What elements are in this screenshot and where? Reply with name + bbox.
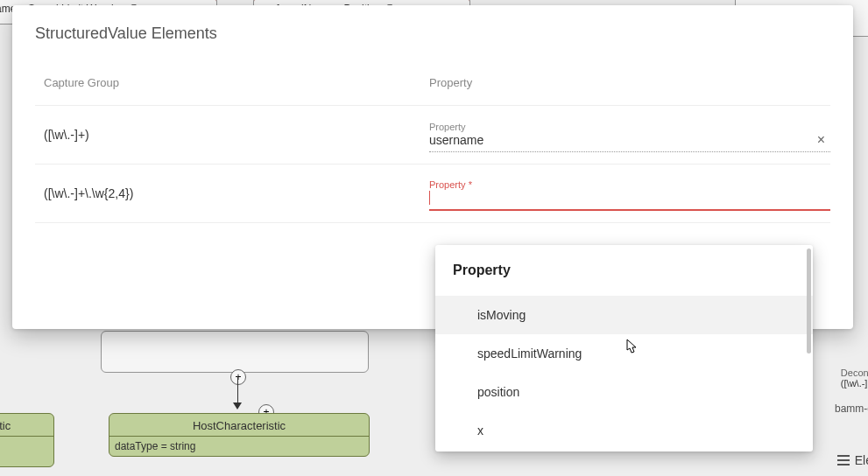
property-value: username	[429, 133, 483, 147]
clear-icon[interactable]: ×	[812, 132, 830, 148]
dropdown-option-position[interactable]: position	[435, 373, 813, 411]
dropdown-group-header: Property	[435, 250, 813, 296]
dropdown-scrollbar[interactable]	[807, 248, 811, 354]
col-header-capture: Capture Group	[35, 76, 429, 89]
col-header-property: Property	[429, 76, 830, 89]
modal-title: StructuredValue Elements	[35, 24, 830, 43]
dropdown-option-ismoving[interactable]: isMoving	[435, 296, 813, 334]
capture-group-value: ([\w\.-]+)	[35, 128, 429, 142]
dropdown-option-x[interactable]: x	[435, 411, 813, 450]
dropdown-option-speedlimitwarning[interactable]: speedLimitWarning	[435, 334, 813, 373]
field-label: Property	[429, 122, 466, 132]
table-header-row: Capture Group Property	[35, 76, 830, 106]
property-autocomplete-dropdown: Property isMoving speedLimitWarning posi…	[435, 245, 813, 452]
property-field-required[interactable]: Property *	[429, 176, 830, 211]
table-row: ([\w\.-]+\.\w{2,4}) Property *	[35, 164, 830, 223]
text-caret	[429, 191, 430, 205]
field-label-required: Property *	[429, 179, 472, 190]
capture-group-value: ([\w\.-]+\.\w{2,4})	[35, 186, 429, 200]
property-field-filled[interactable]: Property username ×	[429, 118, 830, 152]
table-row: ([\w\.-]+) Property username ×	[35, 106, 830, 164]
